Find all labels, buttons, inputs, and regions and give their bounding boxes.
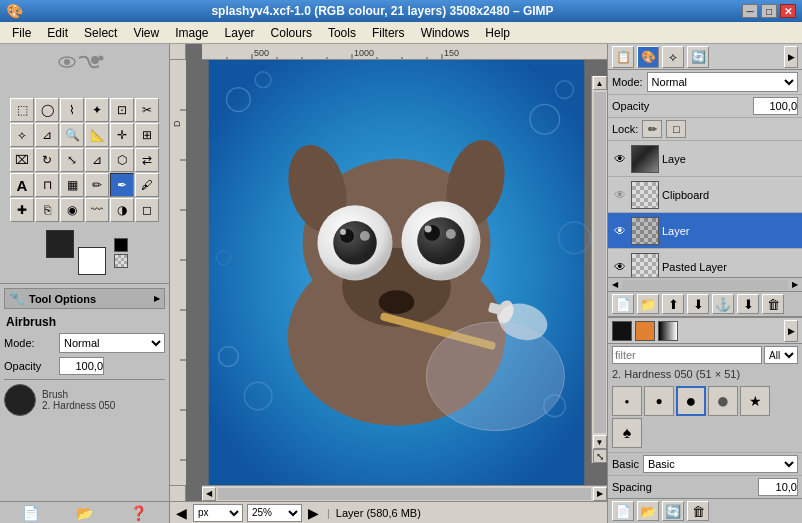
tool-move[interactable]: ✛ <box>110 123 134 147</box>
tool-flip[interactable]: ⇄ <box>135 148 159 172</box>
lock-alpha-btn[interactable]: □ <box>666 120 686 138</box>
tool-measure[interactable]: 📐 <box>85 123 109 147</box>
create-group-btn[interactable]: 📁 <box>637 294 659 314</box>
mode-select[interactable]: Normal Dissolve Multiply Screen <box>59 333 165 353</box>
merge-visible-btn[interactable]: ⬇ <box>737 294 759 314</box>
menu-help[interactable]: Help <box>477 24 518 42</box>
tool-rect-select[interactable]: ⬚ <box>10 98 34 122</box>
layer-item[interactable]: 👁 Pasted Layer <box>608 249 802 277</box>
swap-colors[interactable] <box>114 254 128 268</box>
hscroll-right[interactable]: ▶ <box>593 487 607 501</box>
open-image-btn[interactable]: 📂 <box>73 505 96 521</box>
tool-zoom[interactable]: 🔍 <box>60 123 84 147</box>
vscroll-resize[interactable]: ⤡ <box>593 449 607 463</box>
horizontal-scrollbar[interactable]: ◀ ▶ <box>202 485 607 501</box>
tool-eraser[interactable]: ◻ <box>135 198 159 222</box>
tool-alignment[interactable]: ⊞ <box>135 123 159 147</box>
layer-visibility-1[interactable]: 👁 <box>612 151 628 167</box>
layers-hscroll-right[interactable]: ▶ <box>788 280 802 289</box>
anchor-layer-btn[interactable]: ⚓ <box>712 294 734 314</box>
delete-brush-btn[interactable]: 🗑 <box>687 501 709 521</box>
opacity-input[interactable]: 100,0 <box>59 357 104 375</box>
layer-item[interactable]: 👁 Clipboard <box>608 177 802 213</box>
hscroll-track[interactable] <box>218 488 591 500</box>
tool-options-collapse[interactable]: ▸ <box>154 292 160 305</box>
tool-crop[interactable]: ⌧ <box>10 148 34 172</box>
vertical-scrollbar[interactable]: ▲ ▼ ⤡ <box>591 76 607 463</box>
brush-cell[interactable]: ● <box>708 386 738 416</box>
help-btn[interactable]: ❓ <box>127 505 150 521</box>
duplicate-layer-btn[interactable]: ⬆ <box>662 294 684 314</box>
channels-icon-btn[interactable]: 🎨 <box>637 46 659 68</box>
reset-colors[interactable] <box>114 238 128 252</box>
layers-hscroll-left[interactable]: ◀ <box>608 280 622 289</box>
layers-scroll-h[interactable]: ◀ ▶ <box>608 277 802 291</box>
brushes-filter-input[interactable] <box>612 346 762 364</box>
tool-text[interactable]: A <box>10 173 34 197</box>
nav-right[interactable]: ▶ <box>306 505 321 521</box>
menu-layer[interactable]: Layer <box>217 24 263 42</box>
tool-clone[interactable]: ⎘ <box>35 198 59 222</box>
canvas-image-area[interactable] <box>186 60 607 485</box>
maximize-button[interactable]: □ <box>761 4 777 18</box>
vscroll-up[interactable]: ▲ <box>593 76 607 90</box>
brushes-config-btn[interactable]: ▶ <box>784 320 798 342</box>
brush-cell[interactable]: ● <box>612 386 642 416</box>
layers-mode-select[interactable]: Normal Dissolve Multiply Screen <box>647 72 798 92</box>
layer-visibility-3[interactable]: 👁 <box>612 223 628 239</box>
tool-blend[interactable]: ▦ <box>60 173 84 197</box>
orange-swatch[interactable] <box>635 321 655 341</box>
unit-select[interactable]: px in mm <box>193 504 243 522</box>
lock-pixels-btn[interactable]: ✏ <box>642 120 662 138</box>
move-layer-down-btn[interactable]: ⬇ <box>687 294 709 314</box>
brush-cell[interactable]: ● <box>644 386 674 416</box>
tool-ink[interactable]: 🖋 <box>135 173 159 197</box>
menu-colours[interactable]: Colours <box>263 24 320 42</box>
tool-smudge[interactable]: 〰 <box>85 198 109 222</box>
black-swatch[interactable] <box>612 321 632 341</box>
gradient-swatch[interactable] <box>658 321 678 341</box>
layer-visibility-4[interactable]: 👁 <box>612 259 628 275</box>
brush-cell[interactable]: ♠ <box>612 418 642 448</box>
paths-icon-btn[interactable]: ⟡ <box>662 46 684 68</box>
hscroll-left[interactable]: ◀ <box>202 487 216 501</box>
close-button[interactable]: ✕ <box>780 4 796 18</box>
vscroll-track[interactable] <box>594 92 606 433</box>
brushes-tag-select[interactable]: All <box>764 346 798 364</box>
layers-hscroll-track[interactable] <box>622 280 788 290</box>
tool-free-select[interactable]: ⌇ <box>60 98 84 122</box>
background-color[interactable] <box>78 247 106 275</box>
delete-layer-btn[interactable]: 🗑 <box>762 294 784 314</box>
minimize-button[interactable]: ─ <box>742 4 758 18</box>
zoom-select[interactable]: 12.5% 25% 33.3% 50% 100% <box>247 504 302 522</box>
new-image-btn[interactable]: 📄 <box>19 505 42 521</box>
menu-image[interactable]: Image <box>167 24 216 42</box>
vscroll-down[interactable]: ▼ <box>593 435 607 449</box>
new-layer-btn[interactable]: 📄 <box>612 294 634 314</box>
tool-airbrush[interactable]: ✒ <box>110 173 134 197</box>
tool-ellipse-select[interactable]: ◯ <box>35 98 59 122</box>
layer-visibility-2[interactable]: 👁 <box>612 187 628 203</box>
menu-windows[interactable]: Windows <box>413 24 478 42</box>
menu-filters[interactable]: Filters <box>364 24 413 42</box>
refresh-brush-btn[interactable]: 🔄 <box>662 501 684 521</box>
tool-blur[interactable]: ◉ <box>60 198 84 222</box>
menu-tools[interactable]: Tools <box>320 24 364 42</box>
open-brush-btn[interactable]: 📂 <box>637 501 659 521</box>
tool-scale[interactable]: ⤡ <box>60 148 84 172</box>
tool-paths[interactable]: ⟡ <box>10 123 34 147</box>
menu-edit[interactable]: Edit <box>39 24 76 42</box>
tool-fill[interactable]: ⊓ <box>35 173 59 197</box>
tool-scissors[interactable]: ✂ <box>135 98 159 122</box>
tool-color-picker[interactable]: ⊿ <box>35 123 59 147</box>
brushes-tag-dropdown[interactable]: Basic Advanced <box>643 455 798 473</box>
tool-fuzzy-select[interactable]: ✦ <box>85 98 109 122</box>
tool-dodge[interactable]: ◑ <box>110 198 134 222</box>
tool-rotate[interactable]: ↻ <box>35 148 59 172</box>
new-brush-btn[interactable]: 📄 <box>612 501 634 521</box>
tool-perspective[interactable]: ⬡ <box>110 148 134 172</box>
menu-view[interactable]: View <box>125 24 167 42</box>
layer-item[interactable]: 👁 Laye <box>608 141 802 177</box>
menu-file[interactable]: File <box>4 24 39 42</box>
spacing-input[interactable]: 10,0 <box>758 478 798 496</box>
